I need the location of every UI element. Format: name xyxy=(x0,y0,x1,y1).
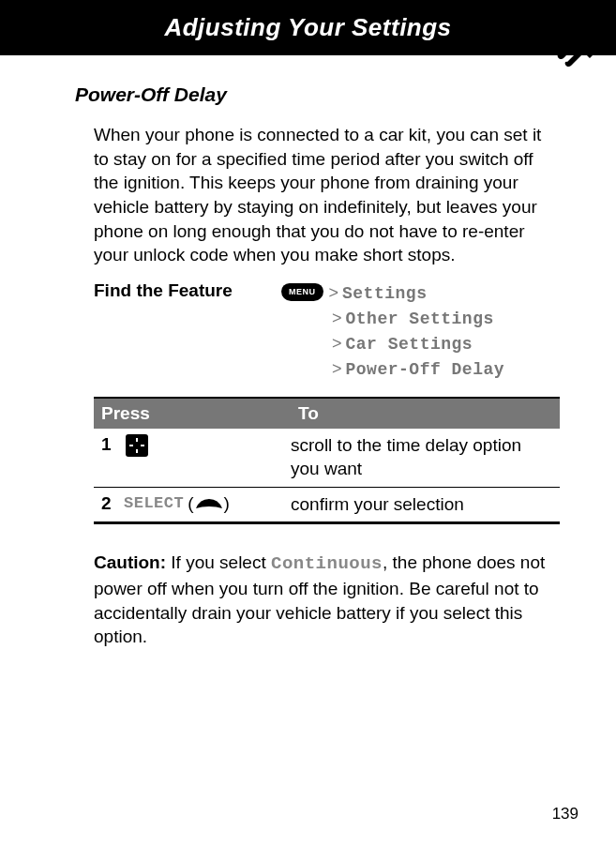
path-settings: Settings xyxy=(342,284,427,303)
nav-path: MENU>Settings >Other Settings >Car Setti… xyxy=(281,280,504,382)
select-label: SELECT xyxy=(124,494,184,512)
step-press-cell xyxy=(124,434,291,457)
table-row: 1 scroll to the time delay option you wa… xyxy=(94,429,560,487)
step-number: 1 xyxy=(94,434,124,455)
section-title: Power-Off Delay xyxy=(75,83,560,106)
softkey-icon xyxy=(194,497,224,510)
step-to-cell: confirm your selection xyxy=(291,493,560,517)
caution-text-before: If you select xyxy=(166,552,271,572)
header-to: To xyxy=(291,399,560,429)
table-header: Press To xyxy=(94,399,560,429)
path-car-settings: Car Settings xyxy=(346,335,473,354)
step-number: 2 xyxy=(94,493,124,514)
caution-paragraph: Caution: If you select Continuous, the p… xyxy=(94,551,560,649)
find-feature-block: Find the Feature MENU>Settings >Other Se… xyxy=(94,280,560,382)
find-feature-label: Find the Feature xyxy=(94,280,281,382)
path-other-settings: Other Settings xyxy=(346,310,494,328)
path-separator: > xyxy=(332,359,342,378)
caution-label: Caution: xyxy=(94,552,166,572)
step-to-cell: scroll to the time delay option you want xyxy=(291,434,560,480)
path-power-off-delay: Power-Off Delay xyxy=(346,360,505,379)
menu-key-icon: MENU xyxy=(281,283,323,301)
path-separator: > xyxy=(332,309,342,327)
continuous-code: Continuous xyxy=(271,553,383,574)
dpad-icon xyxy=(126,434,148,457)
step-press-cell: SELECT () xyxy=(124,493,291,514)
path-separator: > xyxy=(329,283,339,302)
content-area: Power-Off Delay When your phone is conne… xyxy=(0,55,616,649)
steps-table: Press To 1 scroll to the time delay opti… xyxy=(94,397,560,524)
settings-wrench-icon xyxy=(550,28,597,79)
softkey-group: () xyxy=(188,493,230,514)
intro-paragraph: When your phone is connected to a car ki… xyxy=(94,123,560,267)
header-title: Adjusting Your Settings xyxy=(164,13,451,41)
path-separator: > xyxy=(332,334,342,353)
page-header: Adjusting Your Settings xyxy=(0,0,616,55)
table-row: 2 SELECT () confirm your selection xyxy=(94,488,560,522)
page-number: 139 xyxy=(552,805,578,823)
header-press: Press xyxy=(94,399,291,429)
